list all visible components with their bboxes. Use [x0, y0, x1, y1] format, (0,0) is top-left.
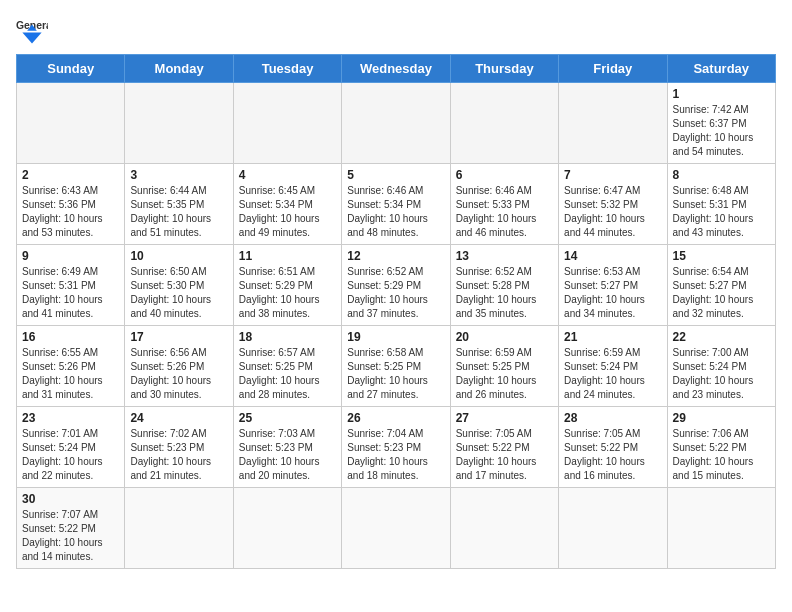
day-number: 3: [130, 168, 227, 182]
day-info: Sunrise: 6:52 AM Sunset: 5:29 PM Dayligh…: [347, 265, 444, 321]
calendar-day-cell: [342, 83, 450, 164]
day-number: 23: [22, 411, 119, 425]
calendar-day-cell: 16Sunrise: 6:55 AM Sunset: 5:26 PM Dayli…: [17, 326, 125, 407]
day-info: Sunrise: 7:04 AM Sunset: 5:23 PM Dayligh…: [347, 427, 444, 483]
day-number: 21: [564, 330, 661, 344]
day-number: 29: [673, 411, 770, 425]
day-number: 7: [564, 168, 661, 182]
calendar-day-cell: 1Sunrise: 7:42 AM Sunset: 6:37 PM Daylig…: [667, 83, 775, 164]
generalblue-logo-icon: General: [16, 16, 48, 44]
day-info: Sunrise: 6:51 AM Sunset: 5:29 PM Dayligh…: [239, 265, 336, 321]
weekday-header-sunday: Sunday: [17, 55, 125, 83]
calendar-day-cell: 18Sunrise: 6:57 AM Sunset: 5:25 PM Dayli…: [233, 326, 341, 407]
day-number: 28: [564, 411, 661, 425]
calendar-day-cell: 20Sunrise: 6:59 AM Sunset: 5:25 PM Dayli…: [450, 326, 558, 407]
day-number: 24: [130, 411, 227, 425]
weekday-header-monday: Monday: [125, 55, 233, 83]
day-info: Sunrise: 6:57 AM Sunset: 5:25 PM Dayligh…: [239, 346, 336, 402]
calendar-week-row: 9Sunrise: 6:49 AM Sunset: 5:31 PM Daylig…: [17, 245, 776, 326]
day-info: Sunrise: 6:50 AM Sunset: 5:30 PM Dayligh…: [130, 265, 227, 321]
day-info: Sunrise: 6:46 AM Sunset: 5:34 PM Dayligh…: [347, 184, 444, 240]
weekday-header-thursday: Thursday: [450, 55, 558, 83]
day-number: 12: [347, 249, 444, 263]
calendar-day-cell: 4Sunrise: 6:45 AM Sunset: 5:34 PM Daylig…: [233, 164, 341, 245]
day-number: 18: [239, 330, 336, 344]
calendar-day-cell: 6Sunrise: 6:46 AM Sunset: 5:33 PM Daylig…: [450, 164, 558, 245]
calendar-day-cell: 22Sunrise: 7:00 AM Sunset: 5:24 PM Dayli…: [667, 326, 775, 407]
day-info: Sunrise: 6:49 AM Sunset: 5:31 PM Dayligh…: [22, 265, 119, 321]
day-info: Sunrise: 6:55 AM Sunset: 5:26 PM Dayligh…: [22, 346, 119, 402]
calendar-day-cell: 13Sunrise: 6:52 AM Sunset: 5:28 PM Dayli…: [450, 245, 558, 326]
calendar-day-cell: 12Sunrise: 6:52 AM Sunset: 5:29 PM Dayli…: [342, 245, 450, 326]
page-header: General: [16, 16, 776, 44]
calendar-day-cell: [125, 83, 233, 164]
day-info: Sunrise: 6:44 AM Sunset: 5:35 PM Dayligh…: [130, 184, 227, 240]
weekday-header-wednesday: Wednesday: [342, 55, 450, 83]
day-info: Sunrise: 6:56 AM Sunset: 5:26 PM Dayligh…: [130, 346, 227, 402]
calendar-day-cell: 8Sunrise: 6:48 AM Sunset: 5:31 PM Daylig…: [667, 164, 775, 245]
day-info: Sunrise: 6:58 AM Sunset: 5:25 PM Dayligh…: [347, 346, 444, 402]
calendar-day-cell: 11Sunrise: 6:51 AM Sunset: 5:29 PM Dayli…: [233, 245, 341, 326]
day-number: 13: [456, 249, 553, 263]
calendar-day-cell: [450, 83, 558, 164]
day-number: 6: [456, 168, 553, 182]
day-number: 19: [347, 330, 444, 344]
weekday-header-row: SundayMondayTuesdayWednesdayThursdayFrid…: [17, 55, 776, 83]
calendar-body: 1Sunrise: 7:42 AM Sunset: 6:37 PM Daylig…: [17, 83, 776, 569]
calendar-day-cell: [559, 488, 667, 569]
day-info: Sunrise: 6:43 AM Sunset: 5:36 PM Dayligh…: [22, 184, 119, 240]
day-number: 16: [22, 330, 119, 344]
day-number: 22: [673, 330, 770, 344]
calendar-header: SundayMondayTuesdayWednesdayThursdayFrid…: [17, 55, 776, 83]
calendar-day-cell: [667, 488, 775, 569]
day-info: Sunrise: 6:52 AM Sunset: 5:28 PM Dayligh…: [456, 265, 553, 321]
calendar-day-cell: 25Sunrise: 7:03 AM Sunset: 5:23 PM Dayli…: [233, 407, 341, 488]
day-info: Sunrise: 6:45 AM Sunset: 5:34 PM Dayligh…: [239, 184, 336, 240]
calendar-day-cell: 10Sunrise: 6:50 AM Sunset: 5:30 PM Dayli…: [125, 245, 233, 326]
calendar-week-row: 16Sunrise: 6:55 AM Sunset: 5:26 PM Dayli…: [17, 326, 776, 407]
day-number: 20: [456, 330, 553, 344]
day-number: 1: [673, 87, 770, 101]
logo: General: [16, 16, 52, 44]
day-info: Sunrise: 7:03 AM Sunset: 5:23 PM Dayligh…: [239, 427, 336, 483]
day-info: Sunrise: 6:53 AM Sunset: 5:27 PM Dayligh…: [564, 265, 661, 321]
day-info: Sunrise: 6:59 AM Sunset: 5:24 PM Dayligh…: [564, 346, 661, 402]
day-number: 4: [239, 168, 336, 182]
calendar-week-row: 30Sunrise: 7:07 AM Sunset: 5:22 PM Dayli…: [17, 488, 776, 569]
day-number: 5: [347, 168, 444, 182]
day-info: Sunrise: 7:05 AM Sunset: 5:22 PM Dayligh…: [456, 427, 553, 483]
day-info: Sunrise: 6:47 AM Sunset: 5:32 PM Dayligh…: [564, 184, 661, 240]
day-info: Sunrise: 6:54 AM Sunset: 5:27 PM Dayligh…: [673, 265, 770, 321]
day-info: Sunrise: 6:46 AM Sunset: 5:33 PM Dayligh…: [456, 184, 553, 240]
calendar-day-cell: 2Sunrise: 6:43 AM Sunset: 5:36 PM Daylig…: [17, 164, 125, 245]
day-info: Sunrise: 7:01 AM Sunset: 5:24 PM Dayligh…: [22, 427, 119, 483]
weekday-header-tuesday: Tuesday: [233, 55, 341, 83]
calendar-day-cell: 7Sunrise: 6:47 AM Sunset: 5:32 PM Daylig…: [559, 164, 667, 245]
weekday-header-friday: Friday: [559, 55, 667, 83]
calendar-day-cell: 28Sunrise: 7:05 AM Sunset: 5:22 PM Dayli…: [559, 407, 667, 488]
calendar-day-cell: 21Sunrise: 6:59 AM Sunset: 5:24 PM Dayli…: [559, 326, 667, 407]
day-info: Sunrise: 7:42 AM Sunset: 6:37 PM Dayligh…: [673, 103, 770, 159]
calendar-day-cell: 24Sunrise: 7:02 AM Sunset: 5:23 PM Dayli…: [125, 407, 233, 488]
calendar-week-row: 1Sunrise: 7:42 AM Sunset: 6:37 PM Daylig…: [17, 83, 776, 164]
day-number: 2: [22, 168, 119, 182]
weekday-header-saturday: Saturday: [667, 55, 775, 83]
day-info: Sunrise: 7:00 AM Sunset: 5:24 PM Dayligh…: [673, 346, 770, 402]
calendar-day-cell: 15Sunrise: 6:54 AM Sunset: 5:27 PM Dayli…: [667, 245, 775, 326]
day-number: 14: [564, 249, 661, 263]
day-info: Sunrise: 7:05 AM Sunset: 5:22 PM Dayligh…: [564, 427, 661, 483]
calendar-day-cell: [450, 488, 558, 569]
calendar-day-cell: 14Sunrise: 6:53 AM Sunset: 5:27 PM Dayli…: [559, 245, 667, 326]
calendar-day-cell: [233, 83, 341, 164]
day-number: 9: [22, 249, 119, 263]
day-number: 26: [347, 411, 444, 425]
day-number: 10: [130, 249, 227, 263]
day-number: 30: [22, 492, 119, 506]
calendar-day-cell: 5Sunrise: 6:46 AM Sunset: 5:34 PM Daylig…: [342, 164, 450, 245]
calendar-day-cell: 26Sunrise: 7:04 AM Sunset: 5:23 PM Dayli…: [342, 407, 450, 488]
calendar-day-cell: [17, 83, 125, 164]
calendar-table: SundayMondayTuesdayWednesdayThursdayFrid…: [16, 54, 776, 569]
day-info: Sunrise: 7:02 AM Sunset: 5:23 PM Dayligh…: [130, 427, 227, 483]
day-number: 15: [673, 249, 770, 263]
svg-marker-1: [22, 32, 41, 43]
